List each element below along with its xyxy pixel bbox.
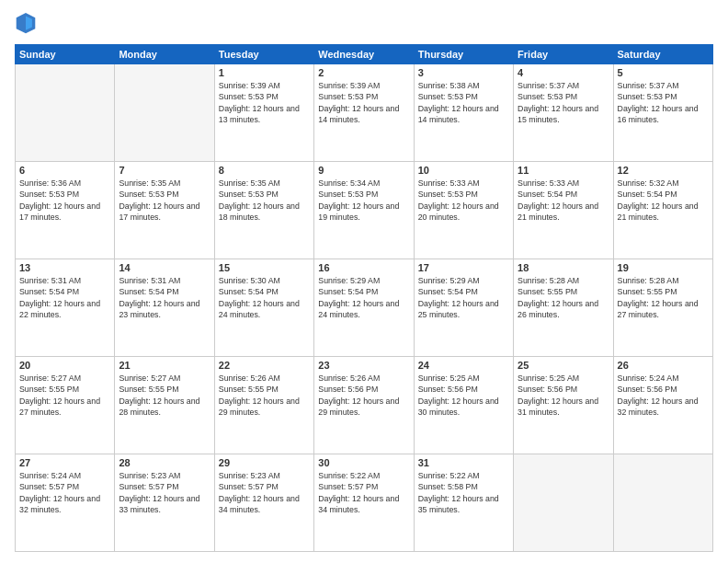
calendar-cell: 7Sunrise: 5:35 AM Sunset: 5:53 PM Daylig… [115, 162, 214, 259]
day-number: 23 [318, 360, 409, 371]
day-info: Sunrise: 5:37 AM Sunset: 5:53 PM Dayligh… [618, 80, 709, 125]
day-number: 4 [518, 67, 609, 78]
calendar-cell: 4Sunrise: 5:37 AM Sunset: 5:53 PM Daylig… [514, 64, 613, 162]
logo-icon [15, 11, 37, 37]
day-number: 5 [618, 67, 709, 78]
calendar-week-row: 6Sunrise: 5:36 AM Sunset: 5:53 PM Daylig… [16, 162, 713, 259]
day-info: Sunrise: 5:23 AM Sunset: 5:57 PM Dayligh… [219, 470, 310, 515]
day-info: Sunrise: 5:22 AM Sunset: 5:57 PM Dayligh… [318, 470, 409, 515]
calendar-cell: 21Sunrise: 5:27 AM Sunset: 5:55 PM Dayli… [115, 357, 214, 454]
day-number: 16 [318, 262, 409, 273]
day-info: Sunrise: 5:37 AM Sunset: 5:53 PM Dayligh… [518, 80, 609, 125]
calendar-cell [613, 454, 712, 552]
day-info: Sunrise: 5:31 AM Sunset: 5:54 PM Dayligh… [19, 275, 110, 320]
day-number: 15 [219, 262, 310, 273]
calendar-cell: 30Sunrise: 5:22 AM Sunset: 5:57 PM Dayli… [314, 454, 414, 552]
weekday-header: Monday [115, 45, 214, 64]
day-number: 29 [219, 457, 310, 468]
calendar-cell: 9Sunrise: 5:34 AM Sunset: 5:53 PM Daylig… [314, 162, 414, 259]
day-info: Sunrise: 5:24 AM Sunset: 5:56 PM Dayligh… [618, 373, 709, 418]
day-number: 6 [19, 165, 110, 176]
day-info: Sunrise: 5:22 AM Sunset: 5:58 PM Dayligh… [418, 470, 509, 515]
calendar-cell: 13Sunrise: 5:31 AM Sunset: 5:54 PM Dayli… [16, 259, 115, 357]
day-info: Sunrise: 5:28 AM Sunset: 5:55 PM Dayligh… [618, 275, 709, 320]
day-info: Sunrise: 5:39 AM Sunset: 5:53 PM Dayligh… [318, 80, 409, 125]
day-info: Sunrise: 5:38 AM Sunset: 5:53 PM Dayligh… [418, 80, 509, 125]
calendar: SundayMondayTuesdayWednesdayThursdayFrid… [15, 44, 713, 552]
day-number: 10 [418, 165, 509, 176]
calendar-cell: 19Sunrise: 5:28 AM Sunset: 5:55 PM Dayli… [613, 259, 712, 357]
calendar-cell [514, 454, 613, 552]
calendar-cell [16, 64, 115, 162]
day-number: 7 [119, 165, 210, 176]
day-number: 13 [19, 262, 110, 273]
day-info: Sunrise: 5:39 AM Sunset: 5:53 PM Dayligh… [219, 80, 310, 125]
calendar-cell: 14Sunrise: 5:31 AM Sunset: 5:54 PM Dayli… [115, 259, 214, 357]
calendar-cell: 15Sunrise: 5:30 AM Sunset: 5:54 PM Dayli… [214, 259, 313, 357]
day-number: 30 [318, 457, 409, 468]
day-number: 18 [518, 262, 609, 273]
weekday-header: Wednesday [314, 45, 414, 64]
calendar-cell: 18Sunrise: 5:28 AM Sunset: 5:55 PM Dayli… [514, 259, 613, 357]
day-number: 26 [618, 360, 709, 371]
day-info: Sunrise: 5:27 AM Sunset: 5:55 PM Dayligh… [19, 373, 110, 418]
calendar-cell: 26Sunrise: 5:24 AM Sunset: 5:56 PM Dayli… [613, 357, 712, 454]
logo [15, 11, 40, 37]
weekday-header: Thursday [414, 45, 513, 64]
day-number: 2 [318, 67, 409, 78]
day-number: 12 [618, 165, 709, 176]
day-number: 11 [518, 165, 609, 176]
calendar-cell: 20Sunrise: 5:27 AM Sunset: 5:55 PM Dayli… [16, 357, 115, 454]
day-number: 3 [418, 67, 509, 78]
calendar-week-row: 27Sunrise: 5:24 AM Sunset: 5:57 PM Dayli… [16, 454, 713, 552]
day-number: 21 [119, 360, 210, 371]
weekday-header: Tuesday [214, 45, 313, 64]
header [15, 11, 713, 37]
day-number: 8 [219, 165, 310, 176]
day-number: 17 [418, 262, 509, 273]
calendar-week-row: 20Sunrise: 5:27 AM Sunset: 5:55 PM Dayli… [16, 357, 713, 454]
calendar-cell: 6Sunrise: 5:36 AM Sunset: 5:53 PM Daylig… [16, 162, 115, 259]
day-number: 27 [19, 457, 110, 468]
day-number: 14 [119, 262, 210, 273]
calendar-cell: 2Sunrise: 5:39 AM Sunset: 5:53 PM Daylig… [314, 64, 414, 162]
calendar-header-row: SundayMondayTuesdayWednesdayThursdayFrid… [16, 45, 713, 64]
weekday-header: Sunday [16, 45, 115, 64]
calendar-cell: 11Sunrise: 5:33 AM Sunset: 5:54 PM Dayli… [514, 162, 613, 259]
calendar-cell: 1Sunrise: 5:39 AM Sunset: 5:53 PM Daylig… [214, 64, 313, 162]
calendar-cell: 8Sunrise: 5:35 AM Sunset: 5:53 PM Daylig… [214, 162, 313, 259]
day-number: 25 [518, 360, 609, 371]
day-number: 19 [618, 262, 709, 273]
calendar-cell: 31Sunrise: 5:22 AM Sunset: 5:58 PM Dayli… [414, 454, 513, 552]
calendar-week-row: 13Sunrise: 5:31 AM Sunset: 5:54 PM Dayli… [16, 259, 713, 357]
day-number: 22 [219, 360, 310, 371]
day-info: Sunrise: 5:28 AM Sunset: 5:55 PM Dayligh… [518, 275, 609, 320]
calendar-cell: 22Sunrise: 5:26 AM Sunset: 5:55 PM Dayli… [214, 357, 313, 454]
calendar-week-row: 1Sunrise: 5:39 AM Sunset: 5:53 PM Daylig… [16, 64, 713, 162]
day-info: Sunrise: 5:23 AM Sunset: 5:57 PM Dayligh… [119, 470, 210, 515]
day-info: Sunrise: 5:25 AM Sunset: 5:56 PM Dayligh… [418, 373, 509, 418]
day-info: Sunrise: 5:35 AM Sunset: 5:53 PM Dayligh… [219, 178, 310, 223]
day-info: Sunrise: 5:26 AM Sunset: 5:55 PM Dayligh… [219, 373, 310, 418]
day-info: Sunrise: 5:26 AM Sunset: 5:56 PM Dayligh… [318, 373, 409, 418]
calendar-cell: 16Sunrise: 5:29 AM Sunset: 5:54 PM Dayli… [314, 259, 414, 357]
calendar-cell: 12Sunrise: 5:32 AM Sunset: 5:54 PM Dayli… [613, 162, 712, 259]
weekday-header: Friday [514, 45, 613, 64]
day-info: Sunrise: 5:31 AM Sunset: 5:54 PM Dayligh… [119, 275, 210, 320]
calendar-cell: 25Sunrise: 5:25 AM Sunset: 5:56 PM Dayli… [514, 357, 613, 454]
day-number: 20 [19, 360, 110, 371]
day-info: Sunrise: 5:32 AM Sunset: 5:54 PM Dayligh… [618, 178, 709, 223]
day-info: Sunrise: 5:36 AM Sunset: 5:53 PM Dayligh… [19, 178, 110, 223]
day-info: Sunrise: 5:24 AM Sunset: 5:57 PM Dayligh… [19, 470, 110, 515]
day-info: Sunrise: 5:30 AM Sunset: 5:54 PM Dayligh… [219, 275, 310, 320]
page: SundayMondayTuesdayWednesdayThursdayFrid… [0, 0, 728, 563]
day-info: Sunrise: 5:29 AM Sunset: 5:54 PM Dayligh… [418, 275, 509, 320]
calendar-cell: 10Sunrise: 5:33 AM Sunset: 5:53 PM Dayli… [414, 162, 513, 259]
day-info: Sunrise: 5:33 AM Sunset: 5:53 PM Dayligh… [418, 178, 509, 223]
calendar-cell: 17Sunrise: 5:29 AM Sunset: 5:54 PM Dayli… [414, 259, 513, 357]
day-number: 9 [318, 165, 409, 176]
day-number: 1 [219, 67, 310, 78]
day-info: Sunrise: 5:34 AM Sunset: 5:53 PM Dayligh… [318, 178, 409, 223]
day-info: Sunrise: 5:27 AM Sunset: 5:55 PM Dayligh… [119, 373, 210, 418]
day-info: Sunrise: 5:35 AM Sunset: 5:53 PM Dayligh… [119, 178, 210, 223]
